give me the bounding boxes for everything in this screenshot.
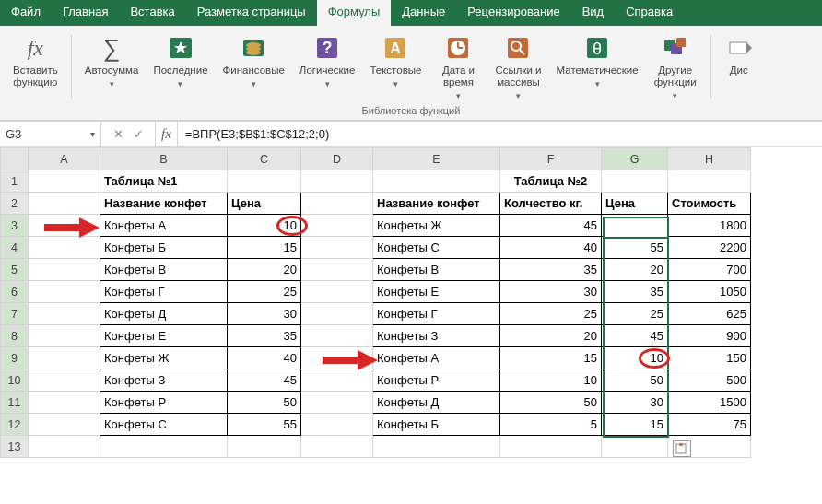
cell[interactable]: 10	[602, 347, 668, 369]
cell[interactable]: Конфеты Г	[100, 281, 228, 303]
cell[interactable]: 40	[602, 215, 668, 237]
lookup-button[interactable]: Ссылки и массивы ▾	[489, 31, 546, 102]
cell[interactable]: Конфеты З	[100, 369, 228, 392]
cell[interactable]: Конфеты В	[373, 259, 500, 281]
cell[interactable]: 10	[500, 369, 602, 392]
cell[interactable]: 50	[602, 369, 668, 392]
cell[interactable]: Конфеты Д	[373, 392, 500, 414]
cell[interactable]: 15	[500, 347, 602, 369]
cell[interactable]	[602, 170, 668, 193]
cell[interactable]: Конфеты Е	[373, 281, 500, 303]
cell[interactable]: 25	[500, 303, 602, 325]
cell[interactable]	[29, 392, 100, 414]
cell[interactable]: Конфеты Б	[100, 237, 228, 259]
cell[interactable]: Название конфет	[100, 193, 228, 215]
cell[interactable]	[301, 215, 373, 237]
cell[interactable]: Таблица №2	[500, 170, 602, 193]
name-manager-button[interactable]: Дис	[719, 31, 759, 78]
recent-button[interactable]: Последние ▾	[147, 31, 213, 90]
paste-options-button[interactable]	[673, 440, 691, 457]
fx-icon[interactable]: fx	[156, 122, 178, 146]
cell[interactable]: Таблица №1	[100, 170, 228, 193]
cell[interactable]: 55	[602, 237, 668, 259]
cell[interactable]: Цена	[228, 193, 301, 215]
cell[interactable]: 2200	[668, 237, 751, 259]
cell[interactable]	[301, 259, 373, 281]
col-header-G[interactable]: G	[602, 148, 668, 170]
cell[interactable]: 1050	[668, 281, 751, 303]
cell[interactable]: Конфеты А	[373, 347, 500, 369]
cell[interactable]: Название конфет	[373, 193, 500, 215]
cell[interactable]: 20	[228, 259, 301, 281]
cell[interactable]: 35	[500, 259, 602, 281]
cell[interactable]	[301, 237, 373, 259]
col-header-A[interactable]: A	[29, 148, 100, 170]
cell[interactable]	[228, 170, 301, 193]
tab-view[interactable]: Вид	[571, 0, 616, 26]
cell[interactable]: 1500	[668, 392, 751, 414]
row-header[interactable]: 4	[1, 237, 29, 259]
cell[interactable]	[29, 281, 100, 303]
cell[interactable]: Конфеты Р	[373, 369, 500, 392]
tab-data[interactable]: Данные	[391, 0, 456, 26]
cell[interactable]: 15	[228, 237, 301, 259]
sheet[interactable]: A B C D E F G H 1 Таблица №1 Таблица №2 …	[0, 147, 822, 458]
row-header[interactable]: 8	[1, 325, 29, 347]
cell[interactable]: 45	[228, 369, 301, 392]
cell[interactable]: 500	[668, 369, 751, 392]
cell[interactable]: 35	[228, 325, 301, 347]
formula-input[interactable]: =ВПР(E3;$B$1:$C$12;2;0)	[178, 122, 822, 146]
tab-insert[interactable]: Вставка	[119, 0, 185, 26]
cell[interactable]	[301, 436, 373, 458]
cell[interactable]	[373, 170, 500, 193]
cell[interactable]	[29, 369, 100, 392]
cell[interactable]: 10	[228, 215, 301, 237]
cell[interactable]	[29, 259, 100, 281]
cell[interactable]: 25	[602, 303, 668, 325]
cell[interactable]	[301, 347, 373, 369]
cell[interactable]: 40	[500, 237, 602, 259]
tab-help[interactable]: Справка	[615, 0, 684, 26]
row-header[interactable]: 2	[1, 193, 29, 215]
row-header[interactable]: 10	[1, 369, 29, 392]
financial-button[interactable]: Финансовые ▾	[217, 31, 290, 90]
cell[interactable]: Конфеты Ж	[100, 347, 228, 369]
spreadsheet-grid[interactable]: A B C D E F G H 1 Таблица №1 Таблица №2 …	[0, 147, 751, 458]
cell[interactable]: Конфеты Е	[100, 325, 228, 347]
cell[interactable]: 15	[602, 414, 668, 436]
cell[interactable]	[29, 436, 100, 458]
datetime-button[interactable]: Дата и время ▾	[430, 31, 486, 102]
cell[interactable]: Конфеты Р	[100, 392, 228, 414]
cell[interactable]: 150	[668, 347, 751, 369]
cell[interactable]: Конфеты А	[100, 215, 228, 237]
cell[interactable]	[668, 170, 751, 193]
cell[interactable]: 45	[602, 325, 668, 347]
cell[interactable]: 30	[228, 303, 301, 325]
logical-button[interactable]: ? Логические ▾	[294, 31, 361, 90]
cell[interactable]	[29, 170, 100, 193]
cell[interactable]	[602, 436, 668, 458]
name-box[interactable]: G3 ▾	[0, 122, 101, 146]
cell[interactable]: 25	[228, 281, 301, 303]
col-header-E[interactable]: E	[373, 148, 500, 170]
cell[interactable]	[29, 215, 100, 237]
math-button[interactable]: θ Математические ▾	[551, 31, 644, 90]
cell[interactable]: Стоимость	[668, 193, 751, 215]
col-header-F[interactable]: F	[500, 148, 602, 170]
cell[interactable]: Колчество кг.	[500, 193, 602, 215]
cell[interactable]: 50	[228, 392, 301, 414]
cell[interactable]: 20	[602, 259, 668, 281]
row-header[interactable]: 9	[1, 347, 29, 369]
row-header[interactable]: 1	[1, 170, 29, 193]
cell[interactable]	[29, 325, 100, 347]
cell[interactable]	[29, 303, 100, 325]
cell[interactable]: 900	[668, 325, 751, 347]
insert-function-button[interactable]: fx Вставить функцию	[7, 31, 64, 90]
cell[interactable]	[301, 193, 373, 215]
cell[interactable]: 50	[500, 392, 602, 414]
cell[interactable]	[301, 281, 373, 303]
cell[interactable]	[29, 414, 100, 436]
cell[interactable]: 700	[668, 259, 751, 281]
cell[interactable]: Цена	[602, 193, 668, 215]
cell[interactable]	[301, 325, 373, 347]
